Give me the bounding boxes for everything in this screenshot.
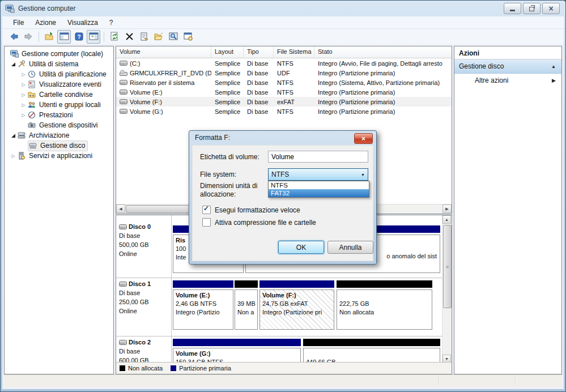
- show-action-pane-button[interactable]: [87, 30, 100, 44]
- column-header-tipo[interactable]: Tipo: [244, 46, 274, 58]
- tree-item-label: Utenti e gruppi locali: [39, 101, 101, 109]
- scroll-right-arrow[interactable]: ▶: [442, 204, 452, 213]
- unchecked-checkbox-icon[interactable]: [202, 218, 211, 227]
- tree-item-utenti-e-gruppi[interactable]: ▷ Utenti e gruppi locali: [5, 100, 113, 110]
- open-button[interactable]: [152, 30, 165, 44]
- back-icon: [9, 32, 19, 41]
- tree-item-gestione-dispositivi[interactable]: Gestione dispositivi: [5, 120, 113, 130]
- disk-icon: [119, 340, 127, 345]
- primary-partition-color-swatch: [171, 365, 176, 371]
- cell-stato: Integro (Avvio, File di paging, Dettagli…: [314, 60, 452, 67]
- tree-item-utilita-di-pianificazione[interactable]: ▷ Utilità di pianificazione: [5, 69, 113, 79]
- cell-stato: Integro (Partizione primaria): [314, 70, 452, 76]
- delete-button[interactable]: [122, 30, 136, 44]
- menu-visualizza[interactable]: Visualizza: [62, 18, 103, 28]
- scroll-thumb[interactable]: ≡: [443, 225, 452, 308]
- find-button[interactable]: [167, 30, 180, 44]
- tree-item-servizi-e-applicazioni[interactable]: ▷ Servizi e applicazioni: [5, 151, 113, 161]
- disk1-partition-unallocated-222gb[interactable]: 222,75 GB Non allocata: [337, 280, 432, 330]
- volume-label-input[interactable]: [268, 151, 368, 163]
- menu-file[interactable]: File: [8, 18, 29, 28]
- file-system-combobox[interactable]: NTFS ▼: [268, 168, 368, 181]
- column-header-file-sistema[interactable]: File Sistema: [274, 46, 314, 58]
- menu-help[interactable]: ?: [104, 18, 118, 28]
- collapse-icon[interactable]: ▲: [551, 64, 556, 69]
- actions-item-altre-azioni[interactable]: Altre azioni ▶: [454, 74, 561, 87]
- forward-button[interactable]: [22, 30, 35, 44]
- system-tools-icon: [18, 60, 27, 68]
- back-button[interactable]: [7, 30, 20, 44]
- properties-button[interactable]: [137, 30, 151, 44]
- help-button[interactable]: ?: [72, 30, 86, 44]
- dropdown-option-fat32[interactable]: FAT32: [269, 189, 369, 197]
- titlebar: Gestione computer ×: [1, 1, 565, 16]
- scroll-left-arrow[interactable]: ◀: [116, 204, 125, 213]
- compression-checkbox-row[interactable]: Attiva compressione file e cartelle: [202, 218, 316, 227]
- console-settings-button[interactable]: [181, 30, 195, 44]
- tree-item-utilita-di-sistema[interactable]: ◢ Utilità di sistema: [5, 59, 113, 69]
- disk-type: Di base: [119, 231, 170, 240]
- disk2-label[interactable]: Disco 2 Di base 600,00 GB: [119, 338, 170, 365]
- disk1-partition-f[interactable]: Volume (F:) 24,75 GB exFAT Integro (Part…: [259, 280, 334, 330]
- dropdown-option-ntfs[interactable]: NTFS: [269, 181, 369, 189]
- allocation-unit-label-line2: allocazione:: [200, 190, 236, 198]
- scroll-up-arrow[interactable]: ▲: [442, 215, 451, 224]
- column-header-layout[interactable]: Layout: [211, 46, 244, 58]
- volume-row-riservato[interactable]: Riservato per il sistema Semplice Di bas…: [116, 78, 452, 87]
- tree-item-gestione-disco[interactable]: Gestione disco: [5, 140, 113, 151]
- tree-item-prestazioni[interactable]: ▷ Prestazioni: [5, 110, 113, 120]
- dialog-close-button[interactable]: ×: [354, 133, 373, 144]
- ok-button[interactable]: OK: [278, 241, 324, 254]
- performance-icon: [28, 111, 37, 119]
- refresh-button[interactable]: [108, 30, 121, 44]
- partition-bar: [173, 339, 301, 346]
- tree-collapsed-icon[interactable]: ▷: [19, 72, 28, 77]
- partition-status: Integro (Partizio: [176, 308, 231, 317]
- volume-row-f[interactable]: Volume (F:) Semplice Di base exFAT Integ…: [116, 97, 452, 106]
- cell-layout: Semplice: [211, 60, 244, 67]
- volume-row-g[interactable]: Volume (G:) Semplice Di base NTFS Integr…: [116, 106, 452, 116]
- partition-bar: [337, 280, 432, 288]
- cell-fs: exFAT: [274, 99, 314, 105]
- computer-icon: [5, 5, 15, 13]
- volume-row-c[interactable]: (C:) Semplice Di base NTFS Integro (Avvi…: [116, 58, 452, 68]
- disk1-label[interactable]: Disco 1 Di base 250,00 GB Online: [119, 279, 170, 316]
- close-button[interactable]: ×: [542, 3, 560, 14]
- vertical-scrollbar[interactable]: ▲ ≡ ▼: [442, 215, 452, 364]
- tree-collapsed-icon[interactable]: ▷: [19, 92, 28, 97]
- tree-collapsed-icon[interactable]: ▷: [19, 103, 28, 108]
- tree-item-archiviazione[interactable]: ◢ Archiviazione: [5, 130, 113, 140]
- partition-title: Volume (G:): [176, 350, 298, 358]
- tree-collapsed-icon[interactable]: ▷: [19, 113, 28, 118]
- menu-azione[interactable]: Azione: [30, 18, 61, 28]
- partition-status: Non allocata: [339, 308, 429, 317]
- disk1-partition-e[interactable]: Volume (E:) 2,46 GB NTFS Integro (Partiz…: [173, 280, 233, 330]
- column-header-stato[interactable]: Stato: [314, 46, 452, 58]
- disk0-label[interactable]: Disco 0 Di base 500,00 GB Online: [119, 222, 170, 258]
- tree-item-visualizzatore-eventi[interactable]: ▷ Visualizzatore eventi: [5, 79, 113, 90]
- restore-button[interactable]: [523, 3, 541, 14]
- checked-checkbox-icon[interactable]: [202, 206, 211, 214]
- show-console-tree-button[interactable]: [57, 30, 71, 44]
- allocation-unit-label-line1: Dimensioni unità di: [200, 182, 257, 190]
- disk1-partition-unallocated-39mb[interactable]: 39 MB Non a: [235, 280, 258, 330]
- tree-collapsed-icon[interactable]: ▷: [9, 154, 18, 159]
- quick-format-checkbox-row[interactable]: Esegui formattazione veloce: [202, 206, 300, 214]
- tree-collapsed-icon[interactable]: ▷: [19, 82, 28, 87]
- cancel-button[interactable]: Annulla: [327, 241, 373, 254]
- help-icon: ?: [74, 32, 84, 41]
- tree-expanded-icon[interactable]: ◢: [9, 61, 18, 67]
- disk-icon: [119, 282, 127, 287]
- tree-expanded-icon[interactable]: ◢: [9, 133, 18, 138]
- volume-row-e[interactable]: Volume (E:) Semplice Di base NTFS Integr…: [116, 87, 452, 97]
- column-header-volume[interactable]: Volume: [116, 46, 211, 58]
- actions-group-gestione-disco[interactable]: Gestione disco ▲: [454, 59, 561, 74]
- export-list-button[interactable]: [42, 30, 56, 44]
- minimize-button[interactable]: [504, 3, 521, 14]
- tree-item-cartelle-condivise[interactable]: ▷ Cartelle condivise: [5, 90, 113, 100]
- tree-item-label: Utilità di sistema: [29, 60, 78, 68]
- cell-fs: NTFS: [274, 89, 314, 96]
- tree-item-gestione-computer[interactable]: Gestione computer (locale): [5, 49, 113, 59]
- partition-status-fragment: o anomalo del sist: [386, 253, 437, 259]
- volume-row-d[interactable]: GRMCULXFRER_IT_DVD (D:) Semplice Di base…: [116, 68, 452, 78]
